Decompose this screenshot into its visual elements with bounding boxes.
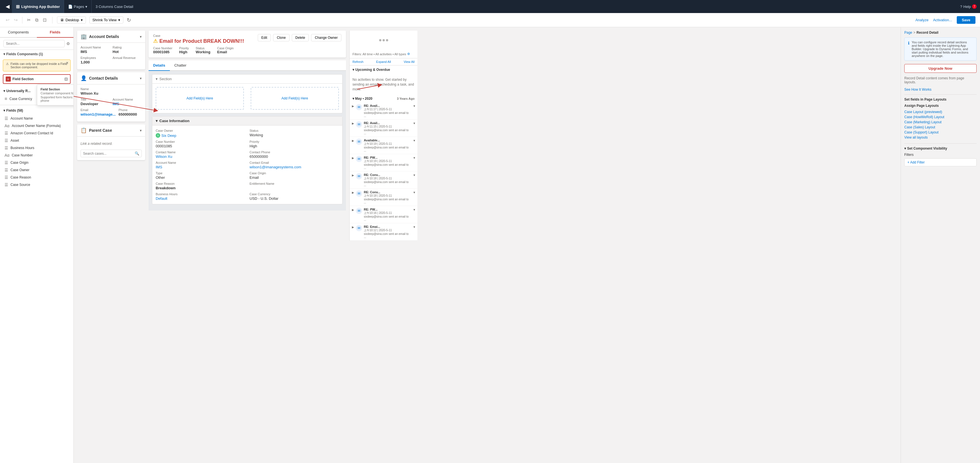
fields-tab[interactable]: Fields [37,27,74,38]
parent-case-menu[interactable]: ▾ [140,128,142,133]
contact-account-value[interactable]: IMS [113,102,142,106]
shrink-button[interactable]: Shrink To View ▾ [89,16,124,24]
layout-link-4[interactable]: Case (Support) Layout [904,130,977,134]
field-item-case-origin[interactable]: ☰ Case Origin [3,159,70,166]
activity-meta-7: 上午10:12 | 2020-5-11 [364,228,412,232]
refresh-button[interactable]: ↻ [127,17,131,23]
view-all-layouts-link[interactable]: View all layouts [904,135,977,140]
activity-detail-4: RE: Conv... 上午10:18 | 2020-5-11 sixdeep@… [364,173,412,187]
details-tab[interactable]: Details [149,60,170,71]
device-select[interactable]: 🖥 Desktop ▾ [57,16,86,24]
field-item-account-owner[interactable]: Aα Account Owner Name (Formula) [3,122,70,130]
activity-menu-4[interactable]: ▾ [414,173,415,177]
business-hours-info[interactable]: Default [156,197,245,201]
redo-button[interactable]: ↪ [13,16,19,24]
activity-item-3[interactable]: ▶ ✉ RE: PW... 上午10:19 | 2020-5-11 sixdee… [350,154,417,171]
app-tab[interactable]: ⊞ Lightning App Builder [12,0,64,13]
upgrade-now-button[interactable]: Upgrade Now [904,64,977,73]
warning-close[interactable]: ✕ [66,61,68,65]
undo-button[interactable]: ↩ [5,16,11,24]
case-info-header[interactable]: ▾ Case Information [152,116,342,125]
contact-email-value[interactable]: wilson1@imanage... [81,112,116,116]
expand-all-link[interactable]: Expand All [376,60,391,63]
contact-email-info[interactable]: wilson1@imanagesystems.com [250,165,339,169]
search-cases-input[interactable] [83,152,134,155]
field-label-7: Case Owner [11,168,30,172]
clone-button[interactable]: Clone [273,34,289,41]
edit-button[interactable]: Edit [258,34,271,41]
components-tab[interactable]: Components [0,27,37,37]
activity-menu-1[interactable]: ▾ [414,121,415,125]
activation-button[interactable]: Activation... [933,18,952,22]
field-section-item[interactable]: ≡ Field Section ⊡ [3,74,71,84]
search-gear-icon[interactable]: ⚙ [66,41,70,46]
field-item-asset[interactable]: ☰ Asset [3,137,70,144]
fields-list: ☰ Account Name Aα Account Owner Name (Fo… [3,115,70,189]
field-item-case-owner[interactable]: ☰ Case Owner [3,166,70,174]
activity-item-6[interactable]: ▶ ✉ RE: PW... 上午10:16 | 2020-5-11 sixdee… [350,206,417,223]
annual-revenue-field: Annual Revenue [113,56,142,64]
field-item-case-source[interactable]: ☰ Case Source [3,181,70,189]
activity-item-7[interactable]: ▶ ✉ RE: Emai... 上午10:12 | 2020-5-11 sixd… [350,223,417,241]
field-item-business-hours[interactable]: ☰ Business Hours [3,144,70,152]
account-name-info[interactable]: IMS [156,165,245,169]
help-button[interactable]: ? Help 7 [960,4,977,9]
contact-details-menu[interactable]: ▾ [140,76,142,81]
case-information: ▾ Case Information Case Owner [152,116,342,204]
breadcrumb-page[interactable]: Page [904,31,912,35]
month-header[interactable]: ▾ May • 2020 3 Years Ago [350,95,417,102]
layout-link-2[interactable]: Case (Marketing) Layout [904,120,977,124]
field-item-case-reason[interactable]: ☰ Case Reason [3,174,70,181]
paste-button[interactable]: ⊡ [42,16,48,24]
copy-button[interactable]: ⧉ [34,16,40,24]
activity-item-0[interactable]: ▶ ✉ RE: Avail... 上午11:17 | 2020-5-11 six… [350,102,417,120]
layout-link-0[interactable]: Case Layout (previewed) [904,110,977,114]
case-origin-meta: Case Origin Email [217,46,234,54]
field-item-account-name[interactable]: ☰ Account Name [3,115,70,122]
contact-details-header: 👤 Contact Details ▾ [77,72,145,84]
fields-components-header[interactable]: ▾ Fields Components (1) [0,50,73,59]
set-visibility-header[interactable]: ▾ Set Component Visibility [904,146,977,151]
analyze-button[interactable]: Analyze [915,18,928,22]
see-how-link[interactable]: See How It Works [904,87,977,92]
drop-col-right[interactable]: Add Field(s) Here [251,87,339,109]
contact-name-info[interactable]: Wilson Xu [156,154,245,159]
activity-item-2[interactable]: ▶ ✉ Available... 上午10:19 | 2020-5-11 six… [350,137,417,154]
delete-button[interactable]: Delete [292,34,309,41]
add-filter-button[interactable]: + Add Filter [904,159,977,166]
field-item-amazon-connect[interactable]: ☰ Amazon Connect Contact Id [3,130,70,137]
drop-col-left[interactable]: Add Field(s) Here [156,87,244,109]
fields-header[interactable]: ▾ Fields (58) [3,106,70,115]
activity-menu-3[interactable]: ▾ [414,156,415,160]
activity-menu-0[interactable]: ▾ [414,104,415,108]
activity-item-5[interactable]: ▶ ✉ RE: Conv... 上午10:18 | 2020-5-11 sixd… [350,189,417,206]
refresh-link[interactable]: Refresh [352,60,364,63]
change-owner-button[interactable]: Change Owner [311,34,341,41]
pages-tab[interactable]: 📄 Pages ▾ [64,0,92,13]
shrink-label: Shrink To View [92,18,117,22]
activity-menu-7[interactable]: ▾ [414,225,415,229]
upcoming-header[interactable]: ▾ Upcoming & Overdue [350,65,417,74]
activity-detail-3: RE: PW... 上午10:19 | 2020-5-11 sixdeep@si… [364,156,412,170]
activity-gear-icon[interactable]: ⚙ [407,52,410,56]
search-input[interactable] [3,40,65,47]
activity-menu-6[interactable]: ▾ [414,208,415,212]
layout-link-1[interactable]: Case (HowWeRoll) Layout [904,115,977,119]
case-actions: Edit Clone Delete Change Owner [258,34,341,41]
view-all-link[interactable]: View All [404,60,415,63]
activity-item-4[interactable]: ▶ ✉ RE: Conv... 上午10:18 | 2020-5-11 sixd… [350,171,417,189]
account-details-menu[interactable]: ▾ [140,35,142,39]
employees-value: 1,000 [81,60,110,64]
save-button[interactable]: Save [957,16,975,24]
back-button[interactable]: ◀ [3,3,12,10]
activity-menu-2[interactable]: ▾ [414,139,415,143]
activity-item-1[interactable]: ▶ ✉ RE: Avail... 上午11:15 | 2020-5-11 six… [350,120,417,137]
field-item-case-number[interactable]: Aα Case Number [3,152,70,159]
cut-button[interactable]: ✂ [26,16,32,24]
section-drop-header[interactable]: ▾ Section [152,75,342,84]
field-section-copy[interactable]: ⊡ [64,77,68,81]
layout-link-3[interactable]: Case (Sales) Layout [904,125,977,129]
chatter-tab[interactable]: Chatter [170,60,191,71]
activity-menu-5[interactable]: ▾ [414,190,415,194]
case-owner-value[interactable]: S Six Deep [156,133,245,138]
